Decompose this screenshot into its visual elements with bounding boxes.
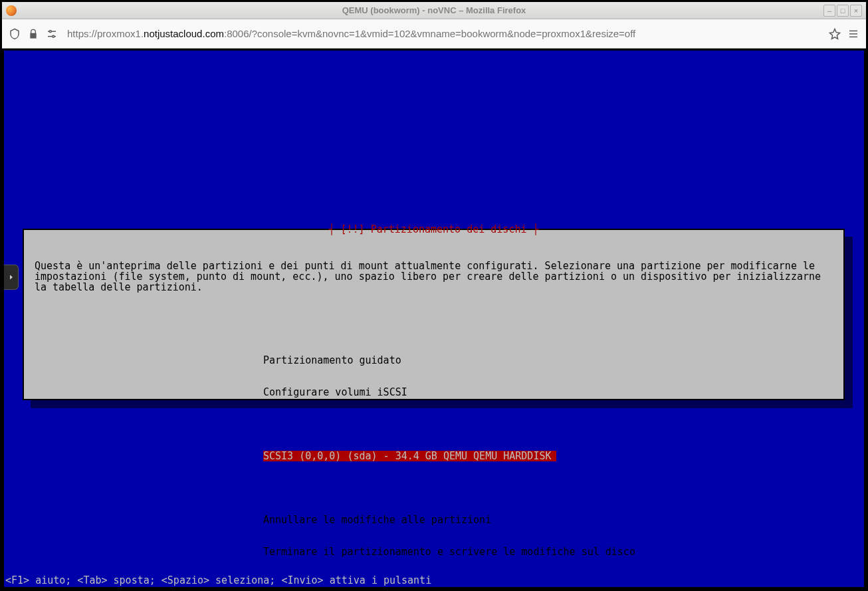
window-titlebar: QEMU (bookworm) - noVNC – Mozilla Firefo… <box>2 2 866 19</box>
url-scheme: https:// <box>67 28 97 39</box>
lock-icon[interactable] <box>27 28 39 40</box>
firefox-icon <box>6 5 17 16</box>
bookmark-star-icon[interactable] <box>829 28 841 40</box>
close-button[interactable]: × <box>850 5 862 17</box>
vnc-viewport[interactable]: ┤ [!!] Partizionamento dei dischi ├ Ques… <box>4 51 864 587</box>
hamburger-menu-icon[interactable] <box>847 28 859 40</box>
address-bar[interactable]: https://proxmox1.notjustacloud.com:8006/… <box>64 24 822 44</box>
help-bar: <F1> aiuto; <Tab> sposta; <Spazio> selez… <box>5 575 863 587</box>
menu-item-iscsi[interactable]: Configurare volumi iSCSI <box>35 387 833 398</box>
partition-dialog: ┤ [!!] Partizionamento dei dischi ├ Ques… <box>23 229 845 400</box>
partition-menu: Partizionamento guidato Configurare volu… <box>35 334 833 578</box>
url-host-prefix: proxmox1. <box>97 28 144 39</box>
svg-point-0 <box>49 30 51 32</box>
menu-item-disk[interactable]: SCSI3 (0,0,0) (sda) - 34.4 GB QEMU QEMU … <box>35 451 833 461</box>
dialog-intro: Questa è un'anteprima delle partizioni e… <box>35 261 833 293</box>
menu-spacer <box>35 419 833 429</box>
novnc-side-tab[interactable] <box>4 265 19 290</box>
svg-point-1 <box>53 35 54 37</box>
browser-toolbar: https://proxmox1.notjustacloud.com:8006/… <box>2 19 866 49</box>
dialog-title: ┤ [!!] Partizionamento dei dischi ├ <box>24 224 843 235</box>
menu-spacer <box>35 483 833 493</box>
permissions-icon[interactable] <box>46 28 58 40</box>
minimize-button[interactable]: – <box>823 5 835 17</box>
tracking-shield-icon[interactable] <box>9 28 21 40</box>
dialog-body: Questa è un'anteprima delle partizioni e… <box>24 230 843 591</box>
window-controls: – □ × <box>823 5 862 17</box>
menu-item-guided[interactable]: Partizionamento guidato <box>35 355 833 366</box>
maximize-button[interactable]: □ <box>837 5 849 17</box>
url-path: :8006/?console=kvm&novnc=1&vmid=102&vmna… <box>224 28 635 39</box>
url-host-main: notjustacloud.com <box>144 28 224 39</box>
window-title: QEMU (bookworm) - noVNC – Mozilla Firefo… <box>2 5 866 15</box>
menu-item-undo[interactable]: Annullare le modifiche alle partizioni <box>35 515 833 525</box>
menu-item-finish[interactable]: Terminare il partizionamento e scrivere … <box>35 546 833 557</box>
